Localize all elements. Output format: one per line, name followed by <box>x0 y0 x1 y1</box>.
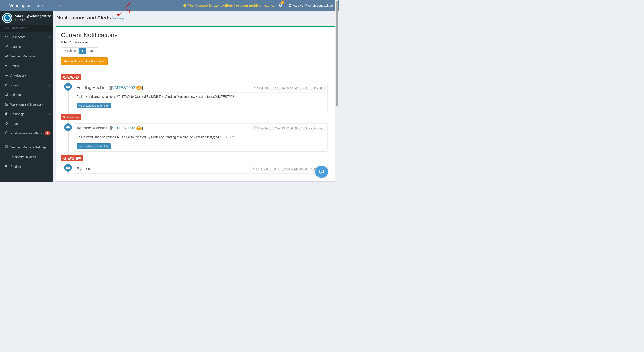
timeline-body: Fail to vend vmcp selections #0-170 Auto… <box>74 92 327 101</box>
sidebar-item-label: AI Advisory <box>10 74 50 78</box>
pagination-page-1[interactable]: 1 <box>79 48 86 54</box>
sidebar-item-campaign[interactable]: Campaign‹ <box>0 109 53 119</box>
sidebar-item-buttons[interactable]: Buttons‹ <box>0 42 53 52</box>
pagination-prev[interactable]: Previous <box>61 48 78 54</box>
calendar-icon <box>4 92 8 97</box>
sidebar-user-email: cara.cui@vendingontrack.c <box>14 14 51 18</box>
sidebar-item-product[interactable]: Product‹ <box>0 162 53 171</box>
vm-link[interactable]: VMTEST002 <box>112 126 135 130</box>
vm-link[interactable]: VMTEST002 <box>112 86 135 90</box>
svg-marker-16 <box>117 14 120 16</box>
settings-link[interactable]: Settings <box>112 16 124 20</box>
timeline-body: Fail to vend vmcp selections #0-170 Auto… <box>74 133 327 141</box>
chevron-left-icon: ‹ <box>49 94 50 96</box>
timestamp: Wed Aug 07 2024 19:55:09 GMT+0800 - 15 d… <box>252 166 325 171</box>
sidebar-item-notifications-and-alerts[interactable]: Notifications and Alerts7 <box>0 128 53 138</box>
cloud-icon <box>4 73 8 78</box>
sidebar-item-schedule[interactable]: Schedule‹ <box>0 90 53 100</box>
acknowledge-hide-button[interactable]: Acknowledge and Hide <box>77 143 111 149</box>
sidebar-item-label: Buttons <box>10 45 49 48</box>
svg-rect-10 <box>6 165 7 166</box>
signal-icon <box>4 155 8 159</box>
sidebar-item-label: Refills <box>10 64 49 68</box>
time-label: 9 days ago <box>61 114 82 120</box>
timeline-item: SystemWed Aug 07 2024 19:55:09 GMT+0800 … <box>74 164 328 174</box>
sidebar-item-dashboard[interactable]: Dashboard‹ <box>0 32 53 42</box>
timeline-item: Vending Machine [VMTEST0022]Tue Aug 13 2… <box>74 83 328 111</box>
svg-rect-3 <box>5 93 8 96</box>
chevron-left-icon: ‹ <box>49 36 50 38</box>
timestamp: Tue Aug 13 2024 13:36:52 GMT+0800 - 9 da… <box>254 86 325 90</box>
check-icon <box>4 44 8 49</box>
chevron-left-icon: ‹ <box>49 65 50 67</box>
user-menu[interactable]: cara.cui@vendingontrack.com <box>288 3 336 8</box>
timeline-item: Vending Machine [VMTEST0022]Tue Aug 13 2… <box>74 124 328 152</box>
clock-icon <box>254 126 258 130</box>
chevron-left-icon: ‹ <box>49 165 50 168</box>
sidebar-item-vending-machines[interactable]: Vending Machines‹ <box>0 52 53 61</box>
sidebar-item-label: Picking <box>10 84 49 87</box>
car-icon <box>4 64 8 68</box>
svg-point-14 <box>289 4 291 5</box>
annotation-label: 1) <box>126 8 130 14</box>
svg-point-1 <box>5 66 6 67</box>
nav-header: MAIN NAVIGATION <box>0 24 53 32</box>
warehouse-icon <box>4 102 8 106</box>
chevron-left-icon: ‹ <box>49 103 50 106</box>
timezone-warning[interactable]: Your browser timezone differs from your … <box>183 4 274 8</box>
acknowledge-all-button[interactable]: Acknowledge all notifications <box>61 58 108 65</box>
hand-icon <box>4 83 8 87</box>
sidebar-item-picking[interactable]: Picking‹ <box>0 80 53 90</box>
svg-rect-19 <box>66 126 70 128</box>
count-badge: 2 <box>136 86 142 90</box>
svg-rect-9 <box>5 165 6 166</box>
acknowledge-hide-button[interactable]: Acknowledge and Hide <box>77 103 111 108</box>
chat-button[interactable] <box>315 166 328 178</box>
clock-icon <box>254 86 258 90</box>
user-icon <box>288 3 292 8</box>
timestamp: Tue Aug 13 2024 13:32:00 GMT+0800 - 9 da… <box>254 126 325 130</box>
envelope-icon <box>64 83 72 90</box>
pagination: Previous 1 Next <box>61 48 98 54</box>
total-count: Total: 7 notifications <box>61 40 331 44</box>
pagination-next[interactable]: Next <box>86 48 98 54</box>
sidebar-item-label: Notifications and Alerts <box>10 132 45 135</box>
sidebar-item-telemetry-devices[interactable]: Telemetry Devices <box>0 152 53 162</box>
sidebar-item-ai-advisory[interactable]: AI Advisory <box>0 71 53 80</box>
top-navbar: Your browser timezone differs from your … <box>53 0 339 11</box>
sidebar-toggle[interactable] <box>56 3 65 8</box>
sidebar-item-label: Product <box>10 165 49 168</box>
chevron-left-icon: ‹ <box>49 46 50 48</box>
notifications-bell[interactable]: 7 <box>278 3 282 8</box>
count-badge: 2 <box>136 126 142 130</box>
user-panel: cara.cui@vendingontrack.c Online <box>0 11 53 24</box>
svg-rect-6 <box>5 157 5 158</box>
copy-icon <box>4 145 8 150</box>
user-status: Online <box>14 18 51 22</box>
sidebar-item-label: Vending Machines <box>10 54 49 58</box>
bell-icon <box>4 131 8 135</box>
svg-point-2 <box>7 66 8 67</box>
svg-rect-8 <box>7 156 7 158</box>
sidebar-item-vending-machine-settings[interactable]: Vending Machine Settings <box>0 142 53 152</box>
svg-rect-17 <box>66 86 70 88</box>
sidebar-item-refills[interactable]: Refills‹ <box>0 61 53 71</box>
page-title: Notifications and Alerts <box>56 14 111 20</box>
clock-icon <box>252 166 255 171</box>
sidebar-item-label: Vending Machine Settings <box>10 146 50 149</box>
envelope-icon <box>64 124 72 131</box>
chevron-left-icon: ‹ <box>49 113 50 115</box>
badge: 7 <box>45 132 50 135</box>
svg-rect-21 <box>66 166 70 169</box>
brand-logo[interactable]: Vending on Track <box>0 0 53 11</box>
sidebar-item-label: Campaign <box>10 112 49 116</box>
scrollbar[interactable] <box>335 0 338 182</box>
sidebar-item-label: Telemetry Devices <box>10 155 50 159</box>
grid-icon <box>4 164 8 168</box>
sidebar-item-warehouse-inventory[interactable]: Warehouse & Inventory‹ <box>0 100 53 109</box>
sidebar-item-reports[interactable]: Reports‹ <box>0 119 53 128</box>
color-chip <box>110 126 112 130</box>
sidebar-item-label: Warehouse & Inventory <box>10 103 49 106</box>
envelope-icon <box>64 164 72 172</box>
dashboard-icon <box>4 35 8 39</box>
